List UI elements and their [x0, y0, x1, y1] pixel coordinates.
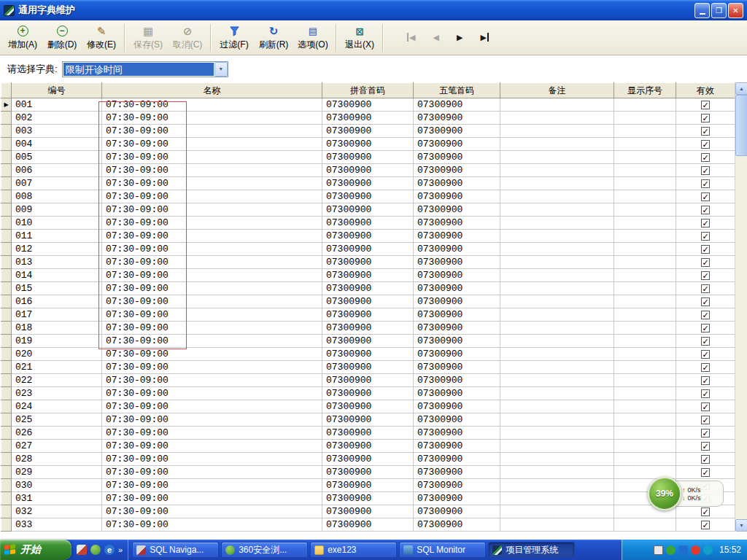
valid-checkbox[interactable]: ✓: [701, 311, 710, 319]
table-row[interactable]: 033 07:30-09:00 07300900 07300900 ✓: [1, 518, 735, 532]
valid-checkbox[interactable]: ✓: [701, 429, 710, 438]
cell-valid[interactable]: ✓: [676, 400, 735, 413]
nav-prev-button[interactable]: ◀: [431, 31, 440, 44]
cell-number[interactable]: 016: [12, 295, 102, 308]
cell-wubi-code[interactable]: 07300900: [414, 387, 500, 400]
cell-remark[interactable]: [500, 361, 614, 374]
cell-display-order[interactable]: [614, 361, 676, 374]
cell-display-order[interactable]: [614, 453, 676, 466]
cell-number[interactable]: 004: [12, 138, 102, 151]
cell-wubi-code[interactable]: 07300900: [414, 505, 500, 518]
cell-remark[interactable]: [500, 269, 614, 282]
cell-pinyin-code[interactable]: 07300900: [322, 361, 414, 374]
nav-last-button[interactable]: ▶: [479, 31, 489, 44]
cell-remark[interactable]: [500, 243, 614, 256]
cell-number[interactable]: 029: [12, 466, 102, 479]
cell-name[interactable]: 07:30-09:00: [102, 466, 322, 479]
cell-display-order[interactable]: [614, 400, 676, 413]
cancel-button[interactable]: ⊘ 取消(C): [168, 22, 207, 54]
cell-wubi-code[interactable]: 07300900: [414, 335, 500, 348]
cell-pinyin-code[interactable]: 07300900: [322, 440, 414, 453]
cell-number[interactable]: 002: [12, 112, 102, 125]
filter-button[interactable]: 过滤(F): [214, 22, 254, 54]
cell-valid[interactable]: ✓: [676, 295, 735, 308]
cell-valid[interactable]: ✓: [676, 190, 735, 203]
show-desktop-icon[interactable]: [77, 545, 87, 555]
cell-number[interactable]: 026: [12, 427, 102, 440]
cell-display-order[interactable]: [614, 282, 676, 295]
cell-pinyin-code[interactable]: 07300900: [322, 308, 414, 322]
cell-wubi-code[interactable]: 07300900: [414, 466, 500, 479]
cell-pinyin-code[interactable]: 07300900: [322, 518, 414, 532]
table-row[interactable]: 002 07:30-09:00 07300900 07300900 ✓: [1, 112, 735, 125]
cell-pinyin-code[interactable]: 07300900: [322, 387, 414, 400]
cell-valid[interactable]: ✓: [676, 269, 735, 282]
cell-valid[interactable]: ✓: [676, 203, 735, 217]
refresh-button[interactable]: ↻ 刷新(R): [254, 22, 293, 54]
valid-checkbox[interactable]: ✓: [701, 298, 710, 306]
cell-remark[interactable]: [500, 413, 614, 427]
cell-number[interactable]: 005: [12, 151, 102, 164]
tray-security-icon[interactable]: [691, 545, 700, 555]
cell-number[interactable]: 003: [12, 125, 102, 138]
cell-remark[interactable]: [500, 217, 614, 230]
cell-pinyin-code[interactable]: 07300900: [322, 427, 414, 440]
table-row[interactable]: 026 07:30-09:00 07300900 07300900 ✓: [1, 427, 735, 440]
cell-name[interactable]: 07:30-09:00: [102, 505, 322, 518]
cell-name[interactable]: 07:30-09:00: [102, 453, 322, 466]
table-row[interactable]: 025 07:30-09:00 07300900 07300900 ✓: [1, 413, 735, 427]
cell-display-order[interactable]: [614, 190, 676, 203]
cell-wubi-code[interactable]: 07300900: [414, 400, 500, 413]
cell-name[interactable]: 07:30-09:00: [102, 308, 322, 322]
cell-valid[interactable]: ✓: [676, 256, 735, 269]
cell-display-order[interactable]: [614, 177, 676, 190]
table-row[interactable]: 003 07:30-09:00 07300900 07300900 ✓: [1, 125, 735, 138]
cell-wubi-code[interactable]: 07300900: [414, 190, 500, 203]
cell-remark[interactable]: [500, 151, 614, 164]
cell-name[interactable]: 07:30-09:00: [102, 164, 322, 177]
cell-wubi-code[interactable]: 07300900: [414, 479, 500, 492]
cell-name[interactable]: 07:30-09:00: [102, 112, 322, 125]
cell-name[interactable]: 07:30-09:00: [102, 400, 322, 413]
cell-name[interactable]: 07:30-09:00: [102, 217, 322, 230]
table-row[interactable]: 014 07:30-09:00 07300900 07300900 ✓: [1, 269, 735, 282]
cell-number[interactable]: 032: [12, 505, 102, 518]
cell-number[interactable]: 027: [12, 440, 102, 453]
start-button[interactable]: 开始: [0, 540, 71, 560]
cell-name[interactable]: 07:30-09:00: [102, 335, 322, 348]
cell-wubi-code[interactable]: 07300900: [414, 322, 500, 335]
cell-display-order[interactable]: [614, 243, 676, 256]
table-row[interactable]: 027 07:30-09:00 07300900 07300900 ✓: [1, 440, 735, 453]
cell-display-order[interactable]: [614, 164, 676, 177]
cell-name[interactable]: 07:30-09:00: [102, 98, 322, 112]
valid-checkbox[interactable]: ✓: [701, 337, 710, 346]
valid-checkbox[interactable]: ✓: [701, 324, 710, 332]
valid-checkbox[interactable]: ✓: [701, 232, 710, 241]
ie-icon[interactable]: e: [104, 545, 115, 555]
cell-valid[interactable]: ✓: [676, 453, 735, 466]
table-row[interactable]: 005 07:30-09:00 07300900 07300900 ✓: [1, 151, 735, 164]
valid-checkbox[interactable]: ✓: [701, 455, 710, 464]
cell-number[interactable]: 024: [12, 400, 102, 413]
scroll-up-icon[interactable]: ▲: [735, 82, 747, 95]
cell-remark[interactable]: [500, 400, 614, 413]
cell-remark[interactable]: [500, 374, 614, 387]
valid-checkbox[interactable]: ✓: [701, 521, 710, 529]
cell-wubi-code[interactable]: 07300900: [414, 177, 500, 190]
col-header-number[interactable]: 编号: [12, 83, 102, 98]
cell-wubi-code[interactable]: 07300900: [414, 243, 500, 256]
cell-pinyin-code[interactable]: 07300900: [322, 138, 414, 151]
cell-wubi-code[interactable]: 07300900: [414, 112, 500, 125]
valid-checkbox[interactable]: ✓: [701, 153, 710, 162]
cell-pinyin-code[interactable]: 07300900: [322, 164, 414, 177]
cell-valid[interactable]: ✓: [676, 125, 735, 138]
cell-pinyin-code[interactable]: 07300900: [322, 492, 414, 505]
cell-valid[interactable]: ✓: [676, 518, 735, 532]
cell-pinyin-code[interactable]: 07300900: [322, 230, 414, 243]
dictionary-combobox-value[interactable]: 限制开诊时间: [63, 63, 214, 76]
cell-pinyin-code[interactable]: 07300900: [322, 348, 414, 361]
table-row[interactable]: 015 07:30-09:00 07300900 07300900 ✓: [1, 282, 735, 295]
cell-display-order[interactable]: [614, 374, 676, 387]
cell-display-order[interactable]: [614, 413, 676, 427]
valid-checkbox[interactable]: ✓: [701, 219, 710, 228]
